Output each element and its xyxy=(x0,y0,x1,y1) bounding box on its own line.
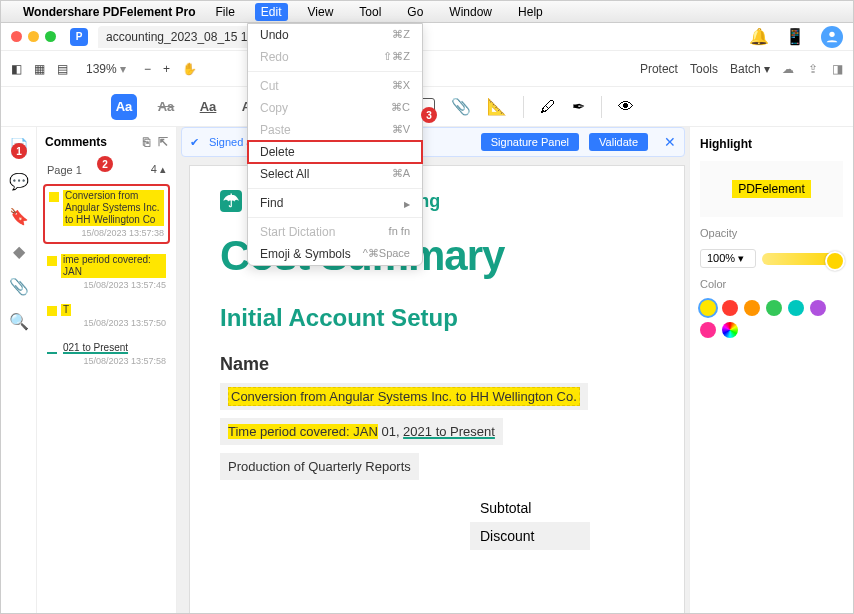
minimize-window-icon[interactable] xyxy=(28,31,39,42)
color-label: Color xyxy=(700,278,843,290)
color-swatch[interactable] xyxy=(722,300,738,316)
color-swatch[interactable] xyxy=(766,300,782,316)
attachment-icon[interactable]: 📎 xyxy=(451,97,471,116)
color-swatch[interactable] xyxy=(810,300,826,316)
divider xyxy=(523,96,524,118)
cloud-icon[interactable]: ☁ xyxy=(782,62,794,76)
zoom-out-icon[interactable]: − xyxy=(144,62,151,76)
close-bar-icon[interactable]: ✕ xyxy=(664,134,676,150)
tools-menu[interactable]: Tools xyxy=(690,62,718,76)
doc-h2: Initial Account Setup xyxy=(220,304,654,332)
underline-swatch-icon xyxy=(47,344,57,354)
mi-copy: Copy⌘C xyxy=(248,97,422,119)
check-icon: ✔ xyxy=(190,136,199,149)
highlight-preview: PDFelement xyxy=(700,161,843,217)
search-icon[interactable]: 🔍 xyxy=(9,312,29,331)
stamp-icon[interactable]: 🖊 xyxy=(540,98,556,116)
mi-undo[interactable]: Undo⌘Z xyxy=(248,24,422,46)
zoom-in-icon[interactable]: + xyxy=(163,62,170,76)
app-logo-icon: P xyxy=(70,28,88,46)
brand-logo-icon: ☂ xyxy=(220,190,242,212)
highlight-tool-icon[interactable]: Aa xyxy=(111,94,137,120)
sidebar-toggle-icon[interactable]: ◧ xyxy=(11,62,22,76)
divider xyxy=(601,96,602,118)
menu-help[interactable]: Help xyxy=(512,3,549,21)
mi-delete[interactable]: Delete xyxy=(248,141,422,163)
avatar-icon[interactable] xyxy=(821,26,843,48)
comment-item[interactable]: ime period covered: JAN 15/08/2023 13:57… xyxy=(43,250,170,294)
share-icon[interactable]: ⇪ xyxy=(808,62,818,76)
mi-emoji[interactable]: Emoji & Symbols^⌘Space xyxy=(248,243,422,265)
color-swatch[interactable] xyxy=(744,300,760,316)
comment-item[interactable]: T 15/08/2023 13:57:50 xyxy=(43,300,170,332)
comments-header: Comments ⎘ ⇱ xyxy=(43,133,170,155)
color-wheel-icon[interactable] xyxy=(722,322,738,338)
batch-menu[interactable]: Batch ▾ xyxy=(730,62,770,76)
strikethrough-tool-icon[interactable]: Aa xyxy=(153,94,179,120)
bookmark-icon[interactable]: 🔖 xyxy=(9,207,29,226)
close-window-icon[interactable] xyxy=(11,31,22,42)
menu-tool[interactable]: Tool xyxy=(353,3,387,21)
opacity-label: Opacity xyxy=(700,227,843,239)
export-icon[interactable]: ⇱ xyxy=(158,135,168,149)
comment-timestamp: 15/08/2023 13:57:38 xyxy=(49,228,164,238)
tab-title: accounting_2023_08_15 1... xyxy=(106,30,257,44)
validate-button[interactable]: Validate xyxy=(589,133,648,151)
highlight-swatch-icon xyxy=(49,192,59,202)
comments-icon[interactable]: 💬 xyxy=(9,172,29,191)
properties-panel: Highlight PDFelement Opacity 100% ▾ Colo… xyxy=(689,127,853,614)
grid-icon[interactable]: ▤ xyxy=(57,62,68,76)
thumbnails-icon[interactable]: ▦ xyxy=(34,62,45,76)
signature-icon[interactable]: ✒ xyxy=(572,97,585,116)
traffic-lights xyxy=(11,31,56,42)
comment-text: ime period covered: JAN xyxy=(61,254,166,278)
mi-redo: Redo⇧⌘Z xyxy=(248,46,422,68)
opacity-slider[interactable] xyxy=(762,253,843,265)
primary-toolbar: ◧ ▦ ▤ 139% − + ✋ Protect Tools Batch ▾ ☁… xyxy=(1,51,853,87)
menu-file[interactable]: File xyxy=(210,3,241,21)
hand-icon[interactable]: ✋ xyxy=(182,62,197,76)
subtotal-label: Subtotal xyxy=(470,494,590,522)
comment-item[interactable]: Conversion from Angular Systems Inc. to … xyxy=(43,184,170,244)
measure-icon[interactable]: 📐 xyxy=(487,97,507,116)
line-item[interactable]: Conversion from Angular Systems Inc. to … xyxy=(220,383,588,410)
menu-edit[interactable]: Edit xyxy=(255,3,288,21)
zoom-window-icon[interactable] xyxy=(45,31,56,42)
menu-window[interactable]: Window xyxy=(443,3,498,21)
menu-view[interactable]: View xyxy=(302,3,340,21)
line-item[interactable]: Time period covered: JAN 01, 2021 to Pre… xyxy=(220,418,503,445)
protect-menu[interactable]: Protect xyxy=(640,62,678,76)
color-swatch[interactable] xyxy=(700,322,716,338)
mi-find[interactable]: Find xyxy=(248,192,422,214)
highlight-swatch-icon xyxy=(47,306,57,316)
phone-icon[interactable]: 📱 xyxy=(785,27,805,46)
svg-point-0 xyxy=(829,31,834,36)
zoom-dropdown[interactable]: 139% xyxy=(80,59,132,79)
panel-icon[interactable]: ◨ xyxy=(832,62,843,76)
color-swatch[interactable] xyxy=(700,300,716,316)
edit-dropdown: Undo⌘Z Redo⇧⌘Z Cut⌘X Copy⌘C Paste⌘V Dele… xyxy=(247,23,423,266)
mi-select-all[interactable]: Select All⌘A xyxy=(248,163,422,185)
underline-tool-icon[interactable]: Aa xyxy=(195,94,221,120)
eye-icon[interactable]: 👁 xyxy=(618,98,634,116)
comment-text: T xyxy=(61,304,71,316)
color-picker xyxy=(700,300,843,338)
menu-go[interactable]: Go xyxy=(401,3,429,21)
opacity-dropdown[interactable]: 100% ▾ xyxy=(700,249,756,268)
line-item[interactable]: Production of Quarterly Reports xyxy=(220,453,419,480)
underlined-text: 2021 to Present xyxy=(403,424,495,439)
highlight-swatch-icon xyxy=(47,256,57,266)
panel-title: Highlight xyxy=(700,137,843,151)
clip-icon[interactable]: 📎 xyxy=(9,277,29,296)
bell-icon[interactable]: 🔔 xyxy=(749,27,769,46)
signature-panel-button[interactable]: Signature Panel xyxy=(481,133,579,151)
doc-h3: Name xyxy=(220,354,654,375)
color-swatch[interactable] xyxy=(788,300,804,316)
callout-1: 1 xyxy=(11,143,27,159)
layers-icon[interactable]: ◆ xyxy=(13,242,25,261)
opacity-control: 100% ▾ xyxy=(700,249,843,268)
comment-text: 021 to Present xyxy=(61,342,130,354)
filter-icon[interactable]: ⎘ xyxy=(143,135,150,149)
comment-timestamp: 15/08/2023 13:57:45 xyxy=(47,280,166,290)
comment-item[interactable]: 021 to Present 15/08/2023 13:57:58 xyxy=(43,338,170,370)
